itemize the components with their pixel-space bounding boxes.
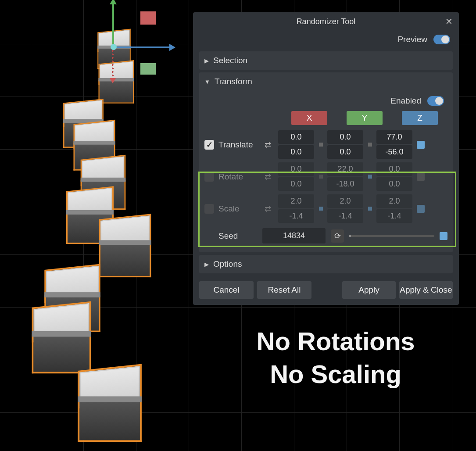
rotate-z-min[interactable]: 0.0 <box>376 177 412 191</box>
translate-x-min[interactable]: 0.0 <box>278 145 314 159</box>
close-button[interactable]: ✕ <box>444 17 454 26</box>
gizmo-plane-handle-xz[interactable] <box>140 11 156 25</box>
rotate-x-lock[interactable] <box>319 175 323 179</box>
seed-label: Seed <box>218 231 257 241</box>
translate-z-max[interactable]: 77.0 <box>376 130 412 144</box>
translate-row: Translate ⇄ 0.0 0.0 0.0 0.0 77.0 -56.0 <box>204 129 447 161</box>
link-icon[interactable]: ⇄ <box>261 172 274 182</box>
translate-checkbox[interactable] <box>204 140 214 150</box>
translate-x-max[interactable]: 0.0 <box>278 130 314 144</box>
gizmo-z-arrow-icon <box>110 78 116 83</box>
scale-z-max[interactable]: 2.0 <box>376 194 412 208</box>
annotation-line2: No Scaling <box>202 358 469 390</box>
section-selection-header[interactable]: ▶ Selection <box>199 51 453 70</box>
panel-title: Randomizer Tool ✕ <box>193 12 459 31</box>
rotate-row: Rotate ⇄ 0.0 0.0 22.0 -18.0 0.0 0.0 <box>204 161 447 193</box>
gizmo-x-axis[interactable] <box>114 47 171 48</box>
rotate-y-max[interactable]: 22.0 <box>327 162 363 176</box>
translate-y-min[interactable]: 0.0 <box>327 145 363 159</box>
seed-slider[interactable] <box>349 235 434 237</box>
apply-button[interactable]: Apply <box>342 281 396 299</box>
reset-all-button[interactable]: Reset All <box>257 281 311 299</box>
refresh-seed-button[interactable]: ⟳ <box>331 229 344 243</box>
chevron-right-icon: ▶ <box>204 57 209 64</box>
gizmo-y-axis[interactable] <box>112 0 114 48</box>
axis-z-header: Z <box>402 111 438 125</box>
cancel-button[interactable]: Cancel <box>199 281 254 299</box>
link-icon[interactable]: ⇄ <box>261 204 274 214</box>
apply-close-button[interactable]: Apply & Close <box>399 281 453 299</box>
axis-y-header: Y <box>347 111 383 125</box>
enabled-label: Enabled <box>390 96 421 106</box>
section-transform-header[interactable]: ▼ Transform <box>199 72 453 91</box>
scale-row: Scale ⇄ 2.0 -1.4 2.0 -1.4 2.0 -1.4 <box>204 193 447 225</box>
rotate-x-min[interactable]: 0.0 <box>278 177 314 191</box>
translate-z-min[interactable]: -56.0 <box>376 145 412 159</box>
gizmo-x-arrow-icon <box>169 44 175 51</box>
randomizer-panel: Randomizer Tool ✕ Preview ▶ Selection ▼ … <box>193 12 459 305</box>
scale-y-max[interactable]: 2.0 <box>327 194 363 208</box>
preview-label: Preview <box>397 35 427 44</box>
translate-x-lock[interactable] <box>319 143 323 147</box>
rotate-x-max[interactable]: 0.0 <box>278 162 314 176</box>
gizmo-z-axis[interactable] <box>111 49 115 80</box>
preview-toggle[interactable] <box>433 35 450 44</box>
panel-title-text: Randomizer Tool <box>297 17 356 26</box>
section-transform: ▼ Transform Enabled X Y Z Translate ⇄ 0.… <box>199 72 453 252</box>
transform-enabled-toggle[interactable] <box>427 96 444 106</box>
section-options-label: Options <box>213 259 242 269</box>
section-selection-label: Selection <box>213 56 247 65</box>
scale-x-min[interactable]: -1.4 <box>278 209 314 223</box>
chevron-down-icon: ▼ <box>204 79 210 85</box>
scale-label: Scale <box>218 204 257 214</box>
section-options-header[interactable]: ▶ Options <box>199 255 453 273</box>
rotate-label: Rotate <box>218 172 257 182</box>
scale-x-max[interactable]: 2.0 <box>278 194 314 208</box>
seed-row: Seed 14834 ⟳ <box>204 225 447 245</box>
scale-z-lock[interactable] <box>417 205 425 213</box>
translate-z-lock[interactable] <box>417 141 425 149</box>
rotate-y-lock[interactable] <box>368 175 372 179</box>
gizmo-y-arrow-icon <box>110 0 117 4</box>
section-selection: ▶ Selection <box>199 51 453 70</box>
seed-input[interactable]: 14834 <box>262 228 326 243</box>
chevron-right-icon: ▶ <box>204 261 209 268</box>
annotation-line1: No Rotations <box>202 325 469 358</box>
scale-z-min[interactable]: -1.4 <box>376 209 412 223</box>
link-icon[interactable]: ⇄ <box>261 140 274 150</box>
seed-lock[interactable] <box>440 232 447 240</box>
section-transform-label: Transform <box>215 77 252 86</box>
axis-x-header: X <box>291 111 327 125</box>
rotate-z-lock[interactable] <box>417 173 425 181</box>
transform-gizmo[interactable] <box>79 0 193 88</box>
gizmo-plane-handle-xy[interactable] <box>140 63 156 75</box>
rotate-y-min[interactable]: -18.0 <box>327 177 363 191</box>
translate-y-max[interactable]: 0.0 <box>327 130 363 144</box>
rotate-checkbox[interactable] <box>204 172 214 182</box>
translate-label: Translate <box>218 140 257 150</box>
gizmo-origin[interactable] <box>111 44 117 50</box>
scale-y-min[interactable]: -1.4 <box>327 209 363 223</box>
rotate-z-max[interactable]: 0.0 <box>376 162 412 176</box>
section-options: ▶ Options <box>199 255 453 273</box>
scale-checkbox[interactable] <box>204 204 214 214</box>
annotation-text: No Rotations No Scaling <box>202 325 469 391</box>
scale-x-lock[interactable] <box>319 207 323 211</box>
translate-y-lock[interactable] <box>368 143 372 147</box>
scale-y-lock[interactable] <box>368 207 372 211</box>
